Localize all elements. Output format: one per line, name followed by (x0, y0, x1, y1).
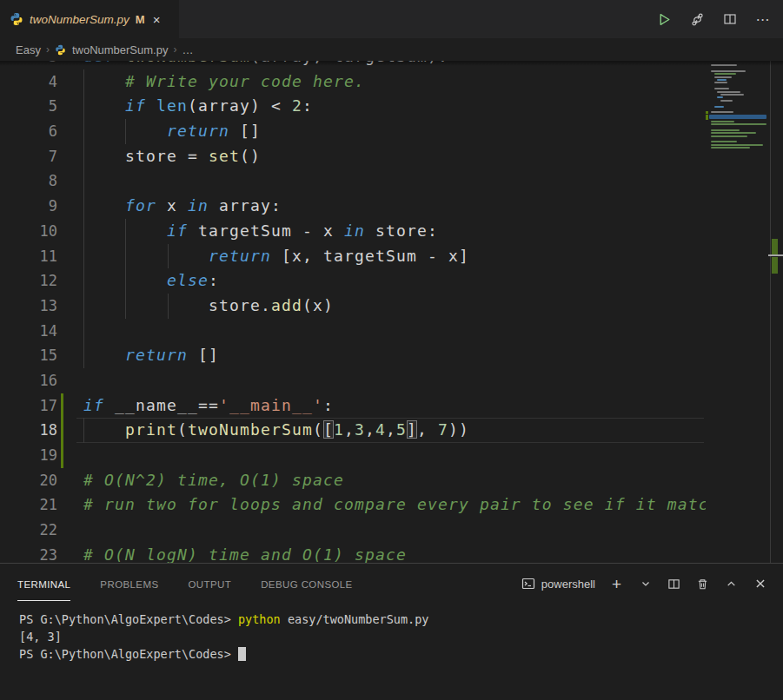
overview-ruler[interactable] (770, 61, 783, 563)
indent-guide (83, 319, 84, 344)
code-text: # O(N^2) time, O(1) space (83, 468, 344, 493)
panel-tab-terminal[interactable]: TERMINAL (17, 567, 70, 601)
minimap[interactable] (706, 61, 770, 563)
minimap-line (711, 141, 737, 142)
code-area: 3def twoNumberSum(array, targetSum):4 # … (0, 61, 706, 563)
code-token: : (209, 271, 219, 289)
code-token (146, 96, 156, 115)
code-line: 6 return [] (0, 119, 706, 144)
terminal-text: [4, 3] (19, 630, 62, 644)
breadcrumb-file[interactable]: twoNumberSum.py (72, 43, 169, 56)
line-number[interactable]: 9 (0, 194, 57, 219)
code-text: if len(array) < 2: (83, 94, 313, 119)
code-token: 2 (292, 96, 302, 115)
line-number[interactable]: 13 (0, 294, 57, 319)
terminal-line: PS G:\Python\AlgoExpert\Codes> python ea… (19, 611, 428, 628)
code-token: , (344, 420, 355, 439)
split-editor-icon[interactable] (722, 11, 738, 27)
code-text: return [] (83, 343, 219, 368)
line-number[interactable]: 14 (0, 319, 57, 344)
maximize-panel-icon[interactable] (724, 577, 739, 591)
terminal-text: python (238, 612, 281, 626)
code-token: 5 (396, 420, 407, 439)
terminal-cursor (238, 647, 246, 661)
minimap-line (720, 94, 744, 96)
code-token: , (417, 420, 438, 439)
python-file-icon (9, 12, 23, 27)
terminal-line: PS G:\Python\AlgoExpert\Codes> (19, 645, 428, 663)
minimap-line (711, 121, 734, 122)
code-token: # run two for loops and compare every pa… (83, 495, 706, 513)
code-text: for x in array: (83, 194, 282, 219)
bottom-panel: TERMINALPROBLEMSOUTPUTDEBUG CONSOLE powe… (0, 563, 783, 700)
code-token: else (167, 271, 209, 289)
code-token: ( (313, 420, 323, 439)
code-line: 12 else: (0, 268, 706, 294)
panel-tab-problems[interactable]: PROBLEMS (100, 567, 158, 601)
kill-terminal-trash-icon[interactable] (695, 577, 710, 591)
tab-twoNumberSum[interactable]: twoNumberSum.py M × (0, 0, 179, 38)
minimap-line (717, 91, 740, 93)
line-number[interactable]: 20 (0, 468, 57, 493)
code-token: array: (209, 196, 282, 215)
minimap-line (720, 100, 733, 102)
panel-tab-debug-console[interactable]: DEBUG CONSOLE (261, 567, 353, 601)
line-number[interactable]: 18 (0, 418, 57, 443)
run-python-file-icon[interactable] (656, 11, 672, 27)
ruler-cursor-mark (768, 254, 783, 256)
minimap-line (711, 147, 750, 149)
more-actions-icon[interactable]: ⋯ (755, 11, 771, 27)
code-line: 16 (0, 368, 706, 393)
code-editor[interactable]: 3def twoNumberSum(array, targetSum):4 # … (0, 61, 783, 563)
code-text: print(twoNumberSum([1,3,4,5], 7)) (83, 418, 469, 443)
breadcrumb-symbol-ellipsis[interactable]: … (182, 43, 193, 56)
indent-guide (83, 168, 84, 194)
line-number[interactable]: 6 (0, 119, 57, 144)
line-number[interactable]: 16 (0, 368, 57, 393)
code-text: store.add(x) (83, 294, 334, 319)
shell-selector[interactable]: powershell (521, 577, 595, 591)
line-number[interactable]: 23 (0, 543, 57, 563)
line-number[interactable]: 11 (0, 244, 57, 269)
line-number[interactable]: 5 (0, 94, 57, 119)
tab-bar: twoNumberSum.py M × ⋯ (0, 0, 783, 38)
minimap-line (711, 64, 737, 66)
editor-actions: ⋯ (656, 0, 771, 38)
line-number[interactable]: 15 (0, 343, 57, 368)
line-number[interactable]: 22 (0, 518, 57, 543)
code-text: # Write your code here. (83, 69, 365, 95)
breadcrumb-folder[interactable]: Easy (16, 43, 41, 56)
new-terminal-icon[interactable]: + (609, 577, 624, 591)
panel-tab-output[interactable]: OUTPUT (188, 567, 231, 601)
line-number[interactable]: 4 (0, 69, 57, 95)
git-change-bar (61, 393, 63, 419)
terminal-dropdown-icon[interactable] (638, 577, 653, 591)
line-number[interactable]: 21 (0, 492, 57, 518)
panel-header: TERMINALPROBLEMSOUTPUTDEBUG CONSOLE powe… (0, 564, 783, 604)
line-number[interactable]: 7 (0, 144, 57, 169)
line-number[interactable]: 8 (0, 168, 57, 194)
line-number[interactable]: 12 (0, 268, 57, 294)
code-text: if __name__=='__main__': (83, 393, 334, 419)
line-number[interactable]: 19 (0, 443, 57, 468)
line-number[interactable]: 3 (0, 61, 57, 69)
code-token: store. (83, 296, 271, 314)
code-token: ( (177, 420, 188, 439)
code-token: 7 (438, 420, 448, 439)
line-number[interactable]: 10 (0, 219, 57, 244)
tab-close-icon[interactable]: × (153, 12, 161, 27)
minimap-line (714, 82, 727, 83)
line-number[interactable]: 17 (0, 393, 57, 419)
split-terminal-icon[interactable] (667, 577, 681, 591)
code-line: 14 (0, 319, 706, 344)
close-panel-icon[interactable] (753, 577, 767, 591)
code-token: return (167, 122, 229, 140)
code-token: if (83, 396, 104, 414)
terminal-output[interactable]: PS G:\Python\AlgoExpert\Codes> python ea… (19, 611, 428, 663)
terminal-line: [4, 3] (19, 628, 428, 645)
minimap-line (711, 111, 733, 113)
code-token (83, 122, 167, 140)
bracket-match: ] (407, 420, 417, 439)
git-change-bar (61, 443, 63, 468)
open-changes-icon[interactable] (689, 11, 705, 27)
